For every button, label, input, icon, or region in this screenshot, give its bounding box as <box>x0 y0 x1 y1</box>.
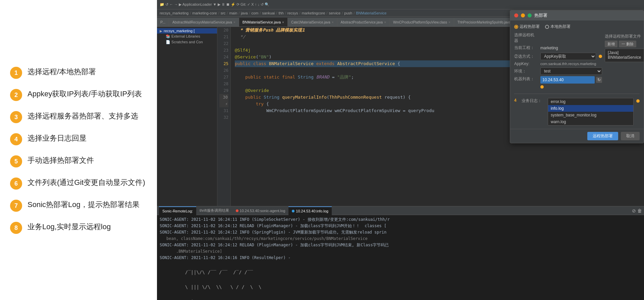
breadcrumb-text: recsys_marketing <box>160 11 189 15</box>
feature-text-5: 手动选择热部署文件 <box>28 155 94 166</box>
tab-thh[interactable]: ThhPrecisionMarketingSpuInfo.java × <box>454 18 518 27</box>
dot-yellow-icon <box>521 13 525 17</box>
log-section: 4 业务日志： error.log info.log system_base_m… <box>514 98 640 126</box>
tab-cate1[interactable]: Cate1MaterialService.java × <box>288 18 337 27</box>
right-col: 选择远程热部署文件 新增 一 删除 [Java] BNMaterialServi… <box>605 32 644 90</box>
machine-list-row: 机器列表： ↻ <box>514 76 602 90</box>
machine-input[interactable] <box>540 76 595 84</box>
feature-badge-7: 7 <box>10 200 22 212</box>
red-dot-icon <box>236 209 238 212</box>
bottom-tab-agent-log[interactable]: 10.24.53.40:sonic-agent.log <box>232 206 289 215</box>
java-file-item: [Java] BNMaterialService 6 <box>605 49 644 61</box>
dialog-title-text: 热部署 <box>534 12 547 18</box>
bottom-tab-sonic[interactable]: Sonic-RemoteLog: <box>159 206 196 215</box>
radio-remote-label: 远程热部署 <box>520 24 540 30</box>
method-label: ②选方式： <box>514 54 538 59</box>
feature-badge-3: 3 <box>10 111 22 123</box>
machine-list-label: 机器列表： <box>514 76 538 82</box>
feature-text-6: 文件列表(通过Git变更自动显示文件) <box>28 177 145 188</box>
log-line-2: SONIC-AGENT: 2021-11-02 16:24:12 RELOAD … <box>160 223 641 229</box>
radio-local-label: 本地热部署 <box>550 24 571 30</box>
feature-text-7: Sonic热部署Log，提示热部署结果 <box>28 199 140 210</box>
feature-badge-5: 5 <box>10 155 22 167</box>
log-clear-btn[interactable]: 🗑 <box>637 208 642 213</box>
log-line-7: SONIC-AGENT: 2021-11-02 16:24:16 INFO (R… <box>160 255 641 261</box>
feature-item-2: 2 Appkey获取IP列表/手动获取IP列表 <box>10 88 147 101</box>
log-scroll-btn[interactable]: ⊘ <box>632 208 636 213</box>
log-ascii: /‾||\/\ /‾‾ /‾‾ /‾/ /‾‾ \ ||| \/\ \\ \ /… <box>160 261 641 300</box>
feature-badge-6: 6 <box>10 178 22 190</box>
dialog-bottom-btns: 远程热部署 取消 <box>510 129 644 143</box>
feature-text-3: 选择远程服务器热部署、支持多选 <box>28 110 138 121</box>
line-numbers: 20 21 22 23 24 25 26 27 28 29 30 ⚡ 31 32 <box>217 27 231 206</box>
radio-local-dot <box>545 25 549 29</box>
breadcrumb-file: BNMaterialService <box>356 11 386 15</box>
dot-red-icon <box>514 13 518 17</box>
project-row: 当前工程： marketing <box>514 45 602 51</box>
log-line-4: bean, className:com/sankuai/thh/recsys/m… <box>160 236 641 242</box>
tab-bn-material[interactable]: BNMaterialService.java × <box>239 18 288 27</box>
log-item-error[interactable]: error.log <box>548 98 633 105</box>
log-line-5: SONIC-AGENT: 2021-11-02 16:24:12 RELOAD … <box>160 242 641 248</box>
log-section-dot <box>636 99 640 103</box>
log-content: SONIC-AGENT: 2021-11-02 16:24:11 INFO (S… <box>157 215 644 300</box>
tree-item-ext-libs[interactable]: 📚 External Libraries <box>157 34 217 39</box>
log-section-label: 业务日志： <box>522 98 545 104</box>
machine-dots <box>540 85 602 90</box>
feature-badge-1: 1 <box>10 67 22 79</box>
radio-local[interactable]: 本地热部署 <box>545 24 571 30</box>
tab-abstract-mall[interactable]: AbstractMallRecsysMaterialService.java × <box>169 18 239 27</box>
two-col-layout: 选择远程机器 当前工程： marketing ②选方式： AppKey获取 手动… <box>514 32 640 90</box>
log-section-num: 4 <box>514 98 519 103</box>
confirm-deploy-btn[interactable]: 远程热部署 <box>587 132 618 140</box>
blue-dot-icon <box>292 210 294 212</box>
tree-item-recsys[interactable]: ▶ recsys_marketing [ <box>157 28 217 34</box>
env-select[interactable]: test staging <box>540 67 602 75</box>
dialog-body: 远程热部署 本地热部署 选择远程机器 当前工程： <box>510 20 644 129</box>
feature-text-8: 业务Log,实时显示远程log <box>28 221 111 232</box>
feature-badge-4: 4 <box>10 133 22 145</box>
bottom-tab-info-log[interactable]: 10.24.53.40:info.log <box>288 206 332 215</box>
feature-item-5: 5 手动选择热部署文件 <box>10 155 147 167</box>
bottom-tab-thrift[interactable]: thrift服务调用结果 <box>196 206 232 215</box>
machine-input-row: ↻ <box>540 76 602 84</box>
log-line-6: .BNMaterialService] <box>160 248 641 255</box>
ide-bottom-tabs: Sonic-RemoteLog: thrift服务调用结果 10.24.53.4… <box>157 206 644 215</box>
env-label: 环境： <box>514 68 538 74</box>
machine-refresh-btn[interactable]: ↻ <box>596 77 602 83</box>
ide-sidebar: ▶ recsys_marketing [ 📚 External Librarie… <box>157 27 217 206</box>
machine-dot-1 <box>540 85 544 89</box>
method-select[interactable]: AppKey获取 手动获取 <box>540 53 596 60</box>
feature-text-1: 选择远程/本地热部署 <box>28 66 96 77</box>
appkey-value: com.sankuai.thh.recsys.marketing <box>540 62 596 66</box>
machine-select-label: 选择远程机器 <box>514 32 538 44</box>
file-list-panel: [Java] BNMaterialService 6 <box>605 49 644 62</box>
log-item-info[interactable]: info.log <box>548 105 633 112</box>
log-toolbar: ⊘ 🗑 <box>632 208 642 213</box>
log-line-3: SONIC-AGENT: 2021-11-02 16:24:12 INFO (S… <box>160 229 641 236</box>
cancel-btn[interactable]: 取消 <box>621 132 640 140</box>
ide-topbar: 📁 ↺ ← → ▶ ApplicationLoader ▼ ▶ ⏸ ⏹ ⚡ ⟳ … <box>157 0 644 9</box>
radio-remote[interactable]: 远程热部署 <box>514 24 540 30</box>
appkey-row: AppKey: com.sankuai.thh.recsys.marketing <box>514 61 602 66</box>
method-dot-icon <box>599 55 602 58</box>
add-file-btn[interactable]: 新增 <box>605 41 618 47</box>
remove-file-btn[interactable]: 一 删除 <box>619 41 636 47</box>
feature-badge-8: 8 <box>10 222 22 234</box>
section-divider <box>514 94 640 94</box>
tab-project[interactable]: P... <box>157 18 169 27</box>
log-list: error.log info.log system_base_monitor.l… <box>548 98 634 126</box>
dialog-title: 热部署 <box>510 10 644 20</box>
log-line-1: SONIC-AGENT: 2021-11-02 16:24:11 INFO (S… <box>160 216 641 223</box>
log-item-system[interactable]: system_base_monitor.log <box>548 112 633 118</box>
file-btn-row: 新增 一 删除 <box>605 41 636 47</box>
feature-item-8: 8 业务Log,实时显示远程log <box>10 221 147 234</box>
tab-wmc[interactable]: WmCProductPlatformSpuView.class × <box>390 18 454 27</box>
tree-item-scratches[interactable]: 📄 Scratches and Con <box>157 39 217 45</box>
machine-label-row: 选择远程机器 <box>514 32 602 44</box>
deploy-mode-row: 远程热部署 本地热部署 <box>514 24 640 30</box>
tab-abstract-product[interactable]: AbstractProductService.java × <box>337 18 390 27</box>
method-row: ②选方式： AppKey获取 手动获取 <box>514 53 602 60</box>
log-item-warn[interactable]: warn.log <box>548 118 633 125</box>
left-panel: 1 选择远程/本地热部署 2 Appkey获取IP列表/手动获取IP列表 3 选… <box>0 0 157 300</box>
